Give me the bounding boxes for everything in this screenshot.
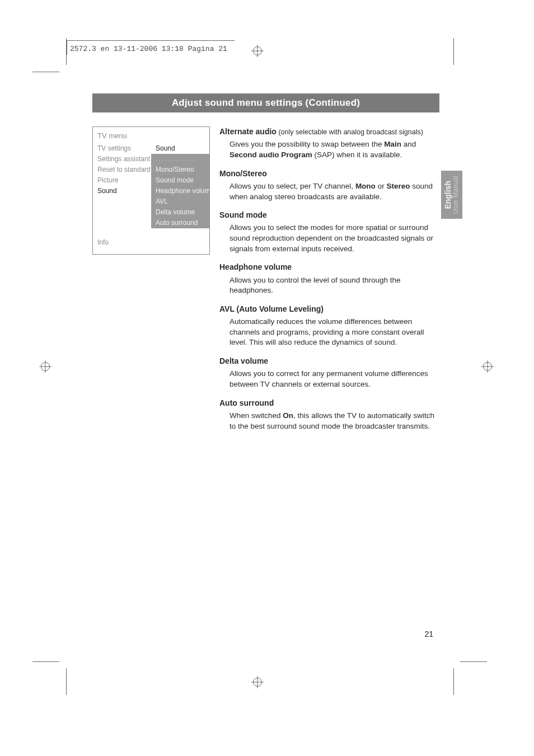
heading-sound-mode: Sound mode: [219, 210, 441, 220]
submenu-item-auto-surround: Auto surround: [151, 218, 209, 228]
heading-delta-volume: Delta volume: [219, 356, 441, 367]
page-title: Adjust sound menu settings (Continued): [172, 97, 360, 109]
heading-avl: AVL (Auto Volume Leveling): [219, 304, 441, 314]
menu-left-col: TV settings Settings assistant Reset to …: [93, 143, 151, 228]
content: Alternate audio (only selectable with an…: [219, 126, 441, 433]
para-headphone-volume: Allows you to control the level of sound…: [229, 275, 441, 296]
para-auto-surround: When switched On, this allows the TV to …: [229, 411, 441, 431]
menu-item-reset: Reset to standard: [93, 165, 151, 175]
crop-mark: [453, 668, 454, 695]
menu-right-col: Sound .............. Mono/Stereo Sound m…: [151, 143, 209, 228]
registration-mark: [251, 676, 264, 688]
menu-item-empty: [93, 196, 151, 207]
para-delta-volume: Allows you to correct for any permanent …: [229, 369, 441, 389]
language-sub: User Manual: [452, 176, 460, 214]
menu-info: Info: [93, 228, 209, 254]
submenu-item-headphone-volume: Headphone volume: [151, 186, 209, 196]
print-header: 2572.3 en 13-11-2006 13:18 Pagina 21: [70, 45, 227, 53]
menu-item-settings-assistant: Settings assistant: [93, 154, 151, 165]
menu-item-empty: [93, 218, 151, 228]
page-number: 21: [424, 630, 433, 638]
submenu-item-sound-mode: Sound mode: [151, 175, 209, 186]
registration-mark: [251, 45, 264, 57]
menu-item-empty: [93, 207, 151, 218]
heading-auto-surround: Auto surround: [219, 398, 441, 408]
para-sound-mode: Allows you to select the modes for more …: [229, 223, 441, 254]
heading-alternate-audio: Alternate audio (only selectable with an…: [219, 126, 441, 137]
para-alternate-audio: Gives you the possibility to swap betwee…: [229, 139, 441, 160]
submenu-title-sound: Sound: [151, 143, 209, 154]
heading-headphone-volume: Headphone volume: [219, 262, 441, 273]
registration-mark: [481, 360, 494, 373]
heading-mono-stereo: Mono/Stereo: [219, 168, 441, 179]
crop-mark: [32, 661, 59, 662]
submenu-item-avl: AVL: [151, 196, 209, 207]
submenu-item-dots: ..............: [151, 154, 209, 165]
page-title-bar: Adjust sound menu settings (Continued): [92, 93, 439, 112]
tv-menu-title: TV menu: [93, 127, 209, 143]
crop-mark: [66, 668, 67, 695]
registration-mark: [39, 360, 51, 373]
para-mono-stereo: Allows you to select, per TV channel, Mo…: [229, 181, 441, 202]
menu-item-sound: Sound: [93, 186, 151, 196]
crop-mark: [453, 38, 454, 65]
menu-item-tv-settings: TV settings: [93, 143, 151, 154]
tv-menu-box: TV menu TV settings Settings assistant R…: [92, 126, 210, 255]
submenu-item-mono-stereo: Mono/Stereo: [151, 165, 209, 175]
crop-mark: [32, 72, 59, 72]
para-avl: Automatically reduces the volume differe…: [229, 317, 441, 348]
page: 2572.3 en 13-11-2006 13:18 Pagina 21 Adj…: [0, 0, 534, 756]
menu-item-picture: Picture: [93, 175, 151, 186]
language-tab: English User Manual: [441, 171, 462, 219]
language-label: English: [444, 176, 452, 214]
crop-mark: [460, 661, 487, 662]
submenu-item-delta-volume: Delta volume: [151, 207, 209, 218]
